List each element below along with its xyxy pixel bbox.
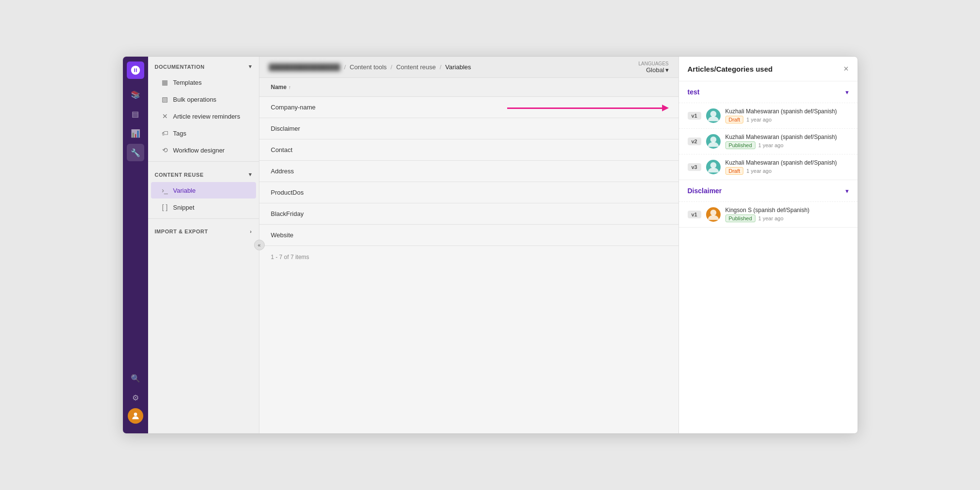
language-dropdown-icon: ▾ — [665, 66, 669, 74]
version-author-disclaimer-v1: Kingson S (spanish def/Spanish) — [725, 207, 849, 214]
version-badge-v1: v1 — [688, 112, 701, 120]
table-container: Name ↑ Company-name Disclaimer Contact A… — [259, 78, 678, 433]
table-row[interactable]: ProductDos — [259, 182, 678, 203]
sidebar: DOCUMENTATION ▾ ▦ Templates ▧ Bulk opera… — [148, 57, 259, 433]
templates-icon: ▦ — [161, 78, 169, 86]
import-export-section-header[interactable]: IMPORT & EXPORT › — [148, 222, 259, 238]
breadcrumb-sep-1: / — [344, 63, 346, 71]
version-meta-v2: Published 1 year ago — [725, 141, 849, 149]
breadcrumb-content-reuse[interactable]: Content reuse — [396, 63, 436, 71]
main-area: ████████████████ / Content tools / Conte… — [259, 57, 678, 433]
avatar-v3 — [706, 160, 721, 174]
version-time-v3: 1 year ago — [746, 168, 771, 174]
svg-point-2 — [710, 137, 716, 143]
sidebar-collapse-button[interactable]: « — [254, 240, 265, 250]
section-disclaimer: Disclaimer ▾ v1 Kingson S (spanish def/S… — [679, 180, 858, 228]
tags-icon: 🏷 — [161, 129, 169, 137]
search-nav-icon[interactable]: 🔍 — [127, 369, 144, 387]
section-disclaimer-header[interactable]: Disclaimer ▾ — [679, 180, 858, 201]
documentation-section-header[interactable]: DOCUMENTATION ▾ — [148, 57, 259, 74]
snippet-icon: [ ] — [161, 203, 169, 211]
analytics-nav-icon[interactable]: 📊 — [127, 124, 144, 142]
right-panel-body: test ▾ v1 Kuzhali Maheswaran (spanish de… — [679, 81, 858, 433]
version-author-v2: Kuzhali Maheswaran (spanish def/Spanish) — [725, 134, 849, 140]
svg-point-3 — [710, 162, 716, 168]
breadcrumb-blurred: ████████████████ — [269, 63, 340, 71]
sidebar-item-label: Tags — [173, 130, 186, 137]
version-meta-disclaimer-v1: Published 1 year ago — [725, 214, 849, 222]
version-badge-v2: v2 — [688, 138, 701, 145]
tools-nav-icon[interactable]: 🔧 — [127, 144, 144, 161]
avatar-disclaimer-v1 — [706, 207, 721, 222]
breadcrumb-content-tools[interactable]: Content tools — [350, 63, 387, 71]
article-review-icon: ✕ — [161, 112, 169, 120]
content-reuse-label: CONTENT REUSE — [155, 172, 204, 178]
app-logo[interactable] — [127, 61, 144, 79]
table-row[interactable]: Company-name — [259, 97, 678, 118]
sidebar-item-templates[interactable]: ▦ Templates — [151, 74, 256, 91]
version-item-disclaimer-v1[interactable]: v1 Kingson S (spanish def/Spanish) Publi… — [679, 201, 858, 227]
column-name-header[interactable]: Name ↑ — [271, 84, 291, 91]
version-author-v1: Kuzhali Maheswaran (spanish def/Spanish) — [725, 108, 849, 115]
icon-bar: 📚 ▤ 📊 🔧 🔍 ⚙ — [123, 57, 148, 433]
version-meta-v1: Draft 1 year ago — [725, 116, 849, 123]
settings-nav-icon[interactable]: ⚙ — [127, 389, 144, 406]
table-row[interactable]: Address — [259, 161, 678, 182]
languages-label: LANGUAGES — [638, 61, 668, 66]
sidebar-item-tags[interactable]: 🏷 Tags — [151, 125, 256, 141]
sort-icon: ↑ — [288, 85, 291, 90]
import-export-chevron-icon: › — [250, 229, 252, 234]
table-row[interactable]: Website — [259, 225, 678, 246]
status-badge-draft: Draft — [725, 116, 744, 123]
version-time-disclaimer-v1: 1 year ago — [758, 215, 784, 221]
sidebar-item-bulk-operations[interactable]: ▧ Bulk operations — [151, 91, 256, 107]
table-row[interactable]: Disclaimer — [259, 118, 678, 139]
sidebar-item-label: Article review reminders — [173, 113, 241, 120]
sidebar-item-article-review[interactable]: ✕ Article review reminders — [151, 108, 256, 124]
svg-point-1 — [710, 111, 716, 117]
table-row[interactable]: BlackFriday — [259, 203, 678, 225]
workflow-icon: ⟲ — [161, 146, 169, 154]
table-row[interactable]: Contact — [259, 139, 678, 161]
section-test-header[interactable]: test ▾ — [679, 81, 858, 103]
status-badge-draft-v3: Draft — [725, 167, 744, 175]
content-reuse-section-header[interactable]: CONTENT REUSE ▾ — [148, 165, 259, 182]
right-panel: Articles/Categories used × test ▾ v1 Kuz… — [678, 57, 858, 433]
bulk-operations-icon: ▧ — [161, 95, 169, 103]
avatar-v2 — [706, 134, 721, 149]
close-panel-button[interactable]: × — [844, 64, 849, 73]
svg-point-4 — [710, 210, 716, 216]
right-panel-title: Articles/Categories used — [688, 65, 773, 73]
version-info-disclaimer-v1: Kingson S (spanish def/Spanish) Publishe… — [725, 207, 849, 222]
library-nav-icon[interactable]: 📚 — [127, 86, 144, 103]
version-badge-disclaimer-v1: v1 — [688, 211, 701, 218]
status-badge-published-d: Published — [725, 214, 755, 222]
language-value: Global ▾ — [646, 66, 669, 74]
sidebar-item-label: Snippet — [173, 204, 195, 211]
table-area: Name ↑ Company-name Disclaimer Contact A… — [259, 78, 678, 433]
sidebar-item-label: Templates — [173, 79, 202, 86]
version-badge-v3: v3 — [688, 163, 701, 171]
version-time-v1: 1 year ago — [746, 117, 771, 122]
version-author-v3: Kuzhali Maheswaran (spanish def/Spanish) — [725, 159, 849, 166]
language-selector[interactable]: LANGUAGES Global ▾ — [638, 61, 668, 74]
table-header-row: Name ↑ — [259, 78, 678, 97]
version-item-v3[interactable]: v3 Kuzhali Maheswaran (spanish def/Spani… — [679, 154, 858, 180]
svg-point-0 — [134, 413, 137, 416]
sidebar-item-variable[interactable]: ›_ Variable — [151, 182, 256, 199]
version-info-v1: Kuzhali Maheswaran (spanish def/Spanish)… — [725, 108, 849, 123]
status-badge-published: Published — [725, 141, 755, 149]
section-test-title: test — [688, 88, 700, 96]
documents-nav-icon[interactable]: ▤ — [127, 105, 144, 122]
variable-icon: ›_ — [161, 186, 169, 194]
version-item-v1[interactable]: v1 Kuzhali Maheswaran (spanish def/Spani… — [679, 103, 858, 128]
documentation-label: DOCUMENTATION — [155, 64, 205, 70]
version-item-v2[interactable]: v2 Kuzhali Maheswaran (spanish def/Spani… — [679, 128, 858, 154]
sidebar-item-workflow[interactable]: ⟲ Workflow designer — [151, 142, 256, 158]
documentation-chevron-icon: ▾ — [249, 63, 252, 70]
sidebar-item-snippet[interactable]: [ ] Snippet — [151, 199, 256, 215]
breadcrumb-current: Variables — [445, 63, 471, 71]
section-disclaimer-chevron: ▾ — [845, 187, 849, 195]
breadcrumb-sep-2: / — [391, 63, 392, 71]
user-avatar[interactable] — [128, 408, 143, 424]
